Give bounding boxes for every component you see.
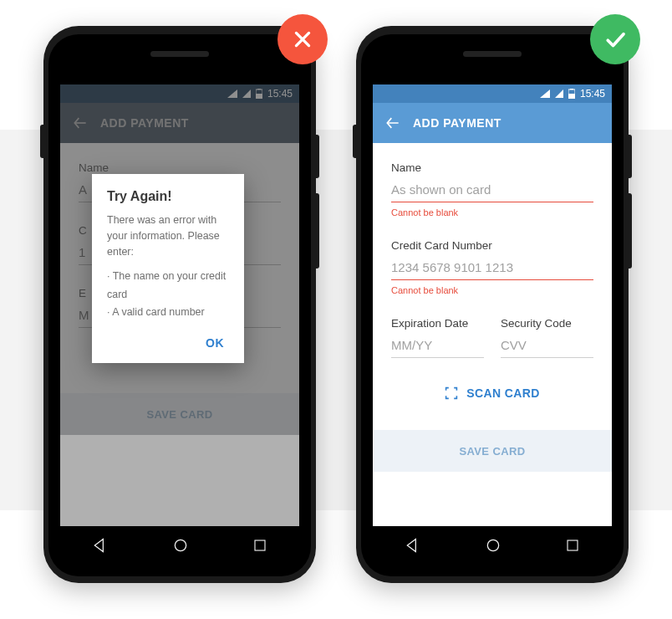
card-error: Cannot be blank	[391, 285, 593, 295]
navbar-back-icon[interactable]	[405, 537, 421, 554]
svg-rect-10	[255, 540, 265, 550]
scan-icon	[445, 386, 458, 400]
phone-good-example: 15:45 ADD PAYMENT Name As shown on card …	[356, 26, 629, 583]
scan-card-label: SCAN CARD	[466, 386, 540, 400]
card-label: Credit Card Number	[391, 239, 593, 252]
android-navbar	[373, 526, 612, 565]
badge-incorrect	[277, 14, 328, 64]
app-bar-title: ADD PAYMENT	[413, 116, 501, 130]
check-icon	[603, 27, 628, 52]
svg-marker-17	[407, 540, 415, 552]
name-input[interactable]: As shown on card	[391, 182, 593, 202]
svg-marker-3	[242, 90, 251, 98]
navbar-home-icon[interactable]	[172, 537, 189, 554]
status-time: 15:45	[580, 88, 605, 100]
status-bar: 15:45	[60, 84, 299, 103]
ok-button[interactable]: OK	[201, 331, 229, 355]
svg-marker-8	[94, 540, 103, 552]
status-time: 15:45	[267, 88, 293, 100]
dialog-title: Try Again!	[107, 189, 229, 204]
save-card-button[interactable]: SAVE CARD	[373, 430, 612, 472]
close-icon	[292, 28, 313, 50]
svg-point-18	[487, 540, 498, 550]
svg-rect-19	[568, 540, 578, 550]
signal-icon	[540, 90, 550, 98]
exp-input[interactable]: MM/YY	[391, 338, 484, 358]
scan-card-button[interactable]: SCAN CARD	[391, 386, 593, 400]
name-label: Name	[391, 161, 593, 174]
exp-label: Expiration Date	[391, 317, 484, 330]
svg-rect-6	[257, 89, 261, 90]
screen-left: 15:45 ADD PAYMENT Name A C	[60, 84, 299, 526]
navbar-back-icon[interactable]	[92, 537, 109, 554]
svg-marker-12	[555, 90, 563, 98]
android-navbar	[60, 526, 299, 565]
save-card-label: SAVE CARD	[459, 445, 525, 458]
status-bar: 15:45	[373, 84, 612, 103]
phone-bad-example: 15:45 ADD PAYMENT Name A C	[43, 26, 316, 583]
navbar-recents-icon[interactable]	[565, 538, 580, 553]
battery-icon	[568, 89, 575, 99]
signal-icon	[227, 90, 237, 98]
navbar-recents-icon[interactable]	[252, 538, 267, 553]
card-input[interactable]: 1234 5678 9101 1213	[391, 260, 593, 280]
svg-rect-5	[256, 94, 262, 99]
back-arrow-icon[interactable]	[384, 115, 401, 131]
dialog-body: There was an error with your information…	[107, 212, 229, 259]
svg-marker-2	[227, 90, 237, 98]
svg-marker-11	[540, 90, 550, 98]
app-bar: ADD PAYMENT	[373, 103, 612, 143]
badge-correct	[590, 14, 640, 64]
name-error: Cannot be blank	[391, 207, 593, 217]
svg-rect-15	[570, 89, 573, 90]
cvv-input[interactable]: CVV	[501, 338, 593, 358]
cell-icon	[555, 90, 563, 98]
error-dialog: Try Again! There was an error with your …	[92, 174, 244, 363]
battery-icon	[256, 89, 262, 99]
cell-icon	[242, 90, 251, 98]
svg-rect-14	[568, 94, 575, 99]
screen-right: 15:45 ADD PAYMENT Name As shown on card …	[373, 84, 612, 526]
dialog-item-2: A valid card number	[107, 304, 229, 321]
navbar-home-icon[interactable]	[485, 537, 501, 554]
dialog-item-1: The name on your credit card	[107, 268, 229, 304]
svg-point-9	[175, 540, 186, 550]
cvv-label: Security Code	[501, 317, 593, 330]
